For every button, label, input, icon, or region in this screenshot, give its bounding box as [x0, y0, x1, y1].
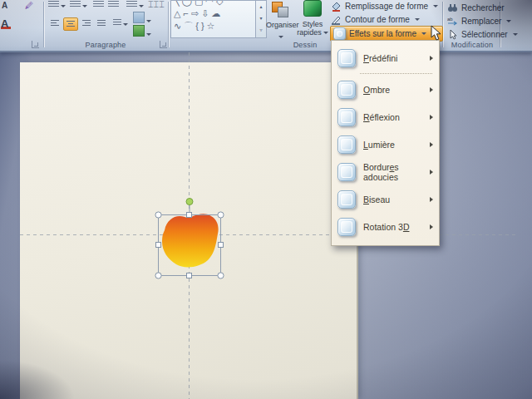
quick-styles-button[interactable]: Styles rapides: [296, 0, 329, 37]
shape-effects-icon: [333, 27, 346, 40]
rotation-handle: [186, 199, 193, 205]
shape-tool-icon[interactable]: △: [174, 8, 180, 19]
menu-item-reflexion[interactable]: Réflexion: [332, 103, 439, 131]
submenu-arrow-icon: [430, 56, 433, 61]
menu-item-biseau[interactable]: Biseau: [332, 185, 439, 213]
ombre-icon: [337, 81, 356, 99]
align-justify-button[interactable]: [95, 17, 108, 29]
horizontal-guide[interactable]: [20, 234, 515, 235]
gallery-row: △⌐⇨⇩☁: [171, 7, 255, 20]
bordures-adoucies-icon: [337, 163, 356, 181]
shape-fill-button[interactable]: Remplissage de forme: [331, 0, 439, 12]
submenu-arrow-icon: [430, 142, 433, 147]
menu-separator: [360, 73, 432, 74]
organiser-button[interactable]: Organiser: [266, 2, 294, 44]
gallery-scrollbar[interactable]: ▴▾▿: [255, 0, 267, 38]
chevron-down-icon: [433, 5, 438, 7]
chevron-down-icon: [278, 36, 283, 38]
text-effects-icon[interactable]: 🖉: [25, 2, 33, 10]
resize-handle: [156, 243, 161, 248]
menu-item-predefini[interactable]: Prédéfini: [332, 44, 439, 71]
numbering-icon[interactable]: [70, 1, 87, 10]
text-shadow-icon[interactable]: A: [2, 2, 7, 10]
resize-handle: [219, 243, 224, 248]
organiser-label: Organiser: [266, 21, 294, 29]
columns-icon[interactable]: [113, 19, 128, 28]
menu-item-label: Réflexion: [363, 112, 422, 122]
rotation-3d-icon: [337, 218, 356, 236]
quick-styles-icon: [303, 0, 322, 17]
chevron-down-icon: [506, 20, 511, 22]
gallery-row-cropped: ╲◯▢◠◇: [171, 0, 255, 7]
submenu-arrow-icon: [430, 87, 433, 92]
chevron-down-icon: [415, 18, 420, 21]
dialog-launcher-icon[interactable]: [160, 41, 167, 48]
gallery-row: ∿⌒{}☆: [171, 20, 255, 32]
shape-tool-icon[interactable]: {: [195, 21, 199, 32]
menu-item-label: Prédéfini: [363, 53, 422, 63]
paint-bucket-icon: [331, 1, 342, 12]
find-label: Rechercher: [461, 3, 505, 12]
lumiere-icon: [337, 135, 356, 154]
text-direction-icon[interactable]: [133, 12, 151, 25]
menu-item-rotation-3d[interactable]: Rotation 3D: [332, 213, 439, 240]
indent-decrease-icon[interactable]: [93, 1, 104, 10]
menu-item-ombre[interactable]: Ombre: [332, 76, 439, 103]
align-left-button[interactable]: [48, 17, 62, 29]
shape-tool-icon[interactable]: ☆: [207, 21, 215, 32]
convert-smartart-icon[interactable]: [133, 25, 151, 38]
freeform-shape: [162, 214, 219, 267]
shape-tool-icon[interactable]: ⌒: [184, 21, 193, 32]
shape-tool-icon[interactable]: }: [201, 21, 204, 32]
predefini-icon: [337, 49, 356, 67]
menu-item-label: Biseau: [363, 195, 422, 204]
shape-outline-label: Contour de forme: [345, 15, 410, 24]
resize-handle: [155, 212, 161, 218]
ruler-icon: ⌶⌶⌶: [148, 0, 165, 8]
selected-shape[interactable]: [155, 196, 228, 283]
menu-item-lumiere[interactable]: Lumière: [332, 131, 439, 158]
line-spacing-icon[interactable]: [126, 1, 144, 10]
shape-tool-icon[interactable]: ∿: [174, 21, 181, 32]
shape-outline-button[interactable]: Contour de forme: [331, 13, 439, 26]
ribbon: A A 🖉 ⌶⌶⌶ Paragraphe ╲◯▢◠◇ △⌐⇨⇩☁ ∿⌒{}☆: [0, 0, 532, 52]
menu-item-bordures-adoucies[interactable]: Bordures adoucies: [332, 158, 439, 185]
submenu-arrow-icon: [430, 224, 433, 229]
bullets-icon[interactable]: [48, 1, 66, 10]
shape-tool-icon[interactable]: ☁: [211, 8, 220, 19]
resize-handle: [187, 213, 192, 218]
quick-styles-label-1: Styles: [296, 20, 329, 28]
font-color-icon[interactable]: A: [1, 20, 11, 29]
paragraphe-group-label: Paragraphe: [43, 41, 168, 49]
arrange-icon: [272, 2, 288, 17]
powerpoint-window: A A 🖉 ⌶⌶⌶ Paragraphe ╲◯▢◠◇ △⌐⇨⇩☁ ∿⌒{}☆: [0, 0, 532, 399]
chevron-down-icon: [513, 33, 518, 36]
pencil-icon: [331, 14, 342, 25]
menu-item-label: Bordures adoucies: [363, 162, 422, 182]
shapes-gallery[interactable]: ╲◯▢◠◇ △⌐⇨⇩☁ ∿⌒{}☆: [170, 0, 256, 38]
replace-label: Remplacer: [461, 17, 501, 26]
reflexion-icon: [337, 108, 356, 126]
replace-button[interactable]: ab Remplacer: [447, 15, 511, 27]
align-center-button[interactable]: [63, 17, 78, 31]
submenu-arrow-icon: [430, 170, 433, 175]
dialog-launcher-icon[interactable]: [32, 41, 39, 48]
menu-item-label: Rotation 3D: [363, 222, 422, 232]
shape-tool-icon[interactable]: ⇩: [201, 8, 209, 19]
replace-icon: ab: [447, 16, 458, 27]
shape-tool-icon[interactable]: ⇨: [191, 8, 199, 19]
select-label: Sélectionner: [461, 30, 508, 39]
submenu-arrow-icon: [430, 197, 433, 202]
indent-increase-icon[interactable]: [108, 1, 119, 10]
align-right-button[interactable]: [80, 17, 93, 29]
find-button[interactable]: Rechercher: [447, 2, 505, 14]
quick-styles-label-2: rapides: [297, 28, 322, 37]
resize-handle: [218, 212, 224, 218]
menu-item-label: Ombre: [363, 85, 422, 95]
biseau-icon: [337, 190, 356, 209]
shape-effects-label: Effets sur la forme: [349, 29, 416, 38]
select-button[interactable]: Sélectionner: [447, 28, 518, 41]
chevron-down-icon: [421, 32, 426, 35]
menu-item-label: Lumière: [363, 140, 422, 150]
shape-tool-icon[interactable]: ⌐: [183, 8, 188, 19]
